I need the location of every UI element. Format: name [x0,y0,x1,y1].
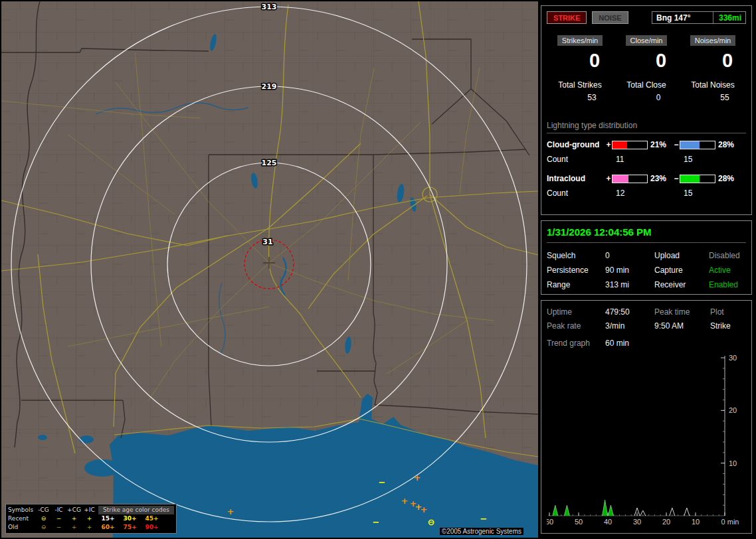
trend-spike [603,500,608,516]
intracloud-label: Intracloud [547,174,605,183]
trend-panel: Uptime 479:50 Peak time Plot Peak rate 3… [541,300,752,534]
cloud-ground-count-row: Count 11 15 [547,154,746,164]
neg-cg-symbol: ⊖ [36,523,51,532]
strike-marker: ⊖ [428,517,435,527]
legend-recent-row: Recent ⊖ − + + 15+ 30+ 45+ [8,514,174,523]
control-panel: STRIKE NOISE Bng 147° 336mi Strikes/min … [539,0,756,539]
divider [547,242,746,243]
upload-status: Disabled [709,251,746,260]
total-strikes-label: Total Strikes [547,80,613,90]
neg-ic-symbol: − [51,523,66,532]
status-panel: 1/31/2026 12:04:56 PM Squelch 0 Upload D… [541,220,752,295]
strike-button[interactable]: STRIKE [547,11,587,24]
squelch-label: Squelch [547,251,605,260]
intracloud-row: Intracloud + 23% − 28% [547,173,746,184]
trend-x-tick: 20 [662,518,670,526]
receiver-label: Receiver [654,280,709,289]
legend-row-label: Old [8,523,36,532]
cg-plus-count: 11 [612,155,648,164]
age-code: 45+ [141,514,163,523]
datetime-display: 1/31/2026 12:04:56 PM [547,226,746,238]
close-per-min-value: 0 [628,50,694,72]
minus-sign: − [673,174,680,183]
legend-col-neg-ic: -IC [51,506,66,514]
legend-age-title: Strike age color codes [98,506,174,514]
uptime-grid: Uptime 479:50 Peak time Plot Peak rate 3… [547,307,746,331]
bearing-value: Bng 147° [656,13,690,23]
noise-button[interactable]: NOISE [592,11,628,24]
strike-legend: Symbols -CG -IC +CG +IC Strike age color… [5,504,177,534]
total-close-value: 0 [625,93,692,102]
close-per-min-chip: Close/min [626,35,668,46]
legend-col-pos-cg: +CG [66,506,82,514]
distribution-title: Lightning type distribution [547,121,746,133]
cg-minus-count: 15 [680,155,715,164]
strikes-per-min-column: Strikes/min 0 Total Strikes 53 [547,34,613,102]
trend-y-tick: 10 [729,459,737,467]
pos-cg-symbol: + [66,523,82,532]
plot-value: Strike [710,321,746,331]
lightning-map[interactable]: −+++++⊖−+− 313 219 125 31 Symbols -CG -I… [1,1,538,538]
pos-ic-symbol: + [82,514,97,523]
ic-plus-bar [612,175,648,183]
cg-plus-percent: 21% [648,140,673,149]
capture-label: Capture [654,266,709,275]
strike-marker: + [421,504,428,514]
noises-per-min-value: 0 [694,50,756,72]
trend-graph-header: Trend graph 60 min [547,339,746,348]
total-strikes-value: 53 [559,93,625,102]
range-ring-label: 313 [262,3,277,11]
minus-sign: − [673,140,680,149]
ic-plus-count: 12 [612,189,648,198]
settings-grid: Squelch 0 Upload Disabled Persistence 90… [547,251,746,289]
intracloud-count-row: Count 12 15 [547,188,746,198]
age-code: 60+ [97,523,119,532]
plus-sign: + [605,174,612,183]
trend-graph-label: Trend graph [547,339,605,348]
strike-marker: − [480,514,488,524]
strikes-per-min-value: 0 [561,50,628,72]
trend-x-tick: 0 min [721,518,739,526]
trend-graph-window: 60 min [605,339,746,348]
cg-minus-bar [680,141,715,149]
legend-symbols-title: Symbols [8,506,36,514]
upload-label: Upload [654,251,709,260]
neg-ic-symbol: − [51,514,66,523]
plot-label: Plot [710,307,746,317]
trend-y-tick: 20 [729,406,737,414]
peak-rate-value: 3/min [605,321,654,331]
strike-marker: − [373,517,380,527]
bearing-readout: Bng 147° 336mi [652,11,746,24]
age-code: 75+ [119,523,141,532]
bearing-distance: 336mi [713,12,741,23]
peak-rate-label: Peak rate [547,321,605,331]
cg-plus-bar [612,141,648,149]
trend-x-tick: 10 [692,518,700,526]
app-window: −+++++⊖−+− 313 219 125 31 Symbols -CG -I… [0,0,756,539]
legend-header-row: Symbols -CG -IC +CG +IC Strike age color… [8,506,174,514]
strike-marker: + [414,473,421,483]
peak-time-label: Peak time [654,307,710,317]
strike-marker: + [227,506,235,516]
trend-x-tick: 60 [547,518,553,526]
copyright-text: ©2005 Astrogenic Systems [440,528,523,535]
legend-row-label: Recent [8,514,36,523]
trend-y-tick: 30 [729,354,737,362]
pos-cg-symbol: + [66,514,82,523]
count-label: Count [547,189,605,198]
legend-col-pos-ic: +IC [82,506,97,514]
trend-graph: 3020106050403020100 min [547,354,747,526]
indicator-row: STRIKE NOISE Bng 147° 336mi [547,11,746,25]
trend-x-tick: 40 [604,518,612,526]
age-code: 90+ [141,523,163,532]
trend-spike [564,505,569,516]
trend-spike [608,505,613,516]
trend-spike [684,508,690,516]
cloud-ground-label: Cloud-ground [547,140,605,149]
range-value: 313 mi [605,280,654,289]
plus-sign: + [605,140,612,149]
neg-cg-symbol: ⊖ [36,514,51,523]
strike-marker: − [379,477,386,487]
trend-x-tick: 30 [633,518,641,526]
age-code: 30+ [119,514,141,523]
